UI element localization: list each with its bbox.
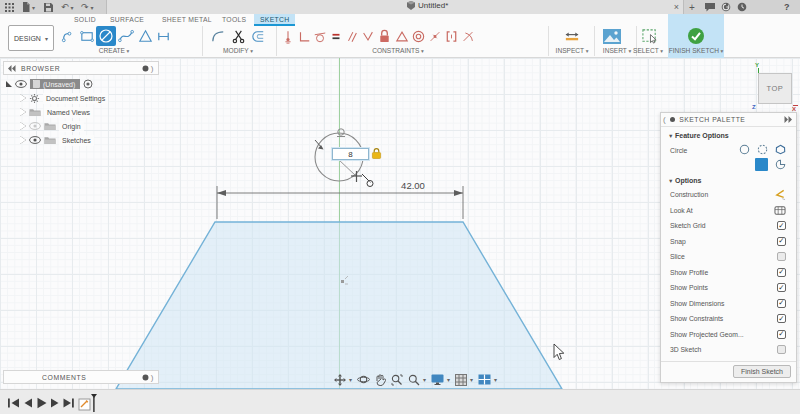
palette-row-3d-sketch[interactable]: 3D Sketch xyxy=(661,342,796,358)
measure-tool[interactable] xyxy=(562,26,582,46)
display-settings-icon[interactable]: ▾ xyxy=(431,374,450,385)
show-points-checkbox[interactable] xyxy=(777,283,786,292)
palette-row-show-projected[interactable]: Show Projected Geom... xyxy=(661,327,796,343)
save-icon[interactable] xyxy=(44,1,53,13)
zoom-window-caret[interactable]: ▾ xyxy=(423,376,426,383)
curvature-constraint-icon[interactable] xyxy=(460,26,475,46)
finish-sketch-group-label[interactable]: FINISH SKETCH xyxy=(669,47,724,54)
visibility-eye-icon[interactable] xyxy=(29,136,41,144)
browser-item-document-settings[interactable]: Document Settings xyxy=(6,91,166,105)
coincident-constraint-icon[interactable] xyxy=(280,26,295,46)
panel-options-icon[interactable] xyxy=(142,65,149,72)
equal-constraint-icon[interactable] xyxy=(328,26,343,46)
design-workspace-button[interactable]: DESIGN▾ xyxy=(8,25,54,51)
grid-settings-caret[interactable]: ▾ xyxy=(470,376,473,383)
dashed-circle-icon[interactable] xyxy=(757,144,768,155)
line-tool[interactable] xyxy=(58,26,78,46)
tangent-constraint-icon[interactable] xyxy=(312,26,327,46)
collapsed-triangle-icon[interactable] xyxy=(20,136,26,144)
show-profile-checkbox[interactable] xyxy=(777,268,786,277)
collapsed-triangle-icon[interactable] xyxy=(20,108,26,116)
tab-surface[interactable]: SURFACE xyxy=(104,14,150,26)
collapse-panel-icon[interactable] xyxy=(8,65,16,72)
inspect-group-label[interactable]: INSPECT xyxy=(556,47,589,54)
orbit-icon[interactable] xyxy=(357,374,370,385)
palette-row-construction[interactable]: Construction xyxy=(661,187,796,203)
redo-icon[interactable]: ↷▾ xyxy=(81,1,94,13)
rectangle-tool[interactable] xyxy=(77,26,97,46)
timeline-playback-controls[interactable] xyxy=(8,397,74,409)
browser-root-row[interactable]: (Unsaved) xyxy=(6,77,166,91)
dimension-value[interactable]: 42.00 xyxy=(401,180,425,191)
fillet-tool[interactable] xyxy=(208,26,228,46)
selected-color-swatch[interactable] xyxy=(755,158,768,171)
tab-solid[interactable]: SOLID xyxy=(68,14,102,26)
visibility-eye-icon[interactable] xyxy=(15,80,27,88)
concentric-constraint-icon[interactable] xyxy=(410,26,426,46)
history-clock-icon[interactable] xyxy=(737,1,747,13)
collinear-constraint-icon[interactable] xyxy=(427,26,442,46)
palette-row-snap[interactable]: Snap xyxy=(661,234,796,250)
palette-row-show-profile[interactable]: Show Profile xyxy=(661,265,796,281)
circle-diameter-input[interactable]: 8 xyxy=(332,148,369,160)
new-tab-icon[interactable]: + xyxy=(689,1,695,13)
palette-row-show-points[interactable]: Show Points xyxy=(661,280,796,296)
collapsed-triangle-icon[interactable] xyxy=(20,122,26,130)
snap-checkbox[interactable] xyxy=(777,237,786,246)
dimension-lock-icon[interactable] xyxy=(371,147,382,162)
select-tool[interactable] xyxy=(640,26,660,46)
browser-item-named-views[interactable]: Named Views xyxy=(6,105,166,119)
panel-resize-handle[interactable]: ( xyxy=(663,115,666,124)
offset-tool[interactable] xyxy=(248,26,268,46)
viewcube-top-face[interactable]: TOP xyxy=(758,73,792,104)
palette-row-show-dimensions[interactable]: Show Dimensions xyxy=(661,296,796,312)
3d-sketch-checkbox[interactable] xyxy=(777,345,786,354)
look-at-icon[interactable] xyxy=(774,205,786,216)
undo-caret[interactable]: ▾ xyxy=(71,4,74,11)
pan-icon[interactable]: ▾ xyxy=(334,374,352,386)
timeline-sketch-feature[interactable] xyxy=(78,392,100,413)
pan-caret[interactable]: ▾ xyxy=(349,376,352,383)
browser-item-origin[interactable]: Origin xyxy=(6,119,166,133)
sync-status-icon[interactable] xyxy=(721,1,731,13)
spline-tool[interactable] xyxy=(116,26,136,46)
tab-tools[interactable]: TOOLS xyxy=(216,14,252,26)
file-menu-icon[interactable]: ▾ xyxy=(22,1,35,13)
panel-resize-handle[interactable]: ) xyxy=(151,64,154,73)
feature-options-section-header[interactable]: Feature Options xyxy=(661,127,796,142)
expand-triangle-icon[interactable] xyxy=(6,81,12,87)
expand-panel-icon[interactable] xyxy=(784,116,792,123)
viewports-icon[interactable]: ▾ xyxy=(478,374,497,385)
polygon-tool[interactable] xyxy=(135,26,155,46)
pan-hand-icon[interactable] xyxy=(375,374,386,386)
viewports-caret[interactable]: ▾ xyxy=(494,376,497,383)
fix-unfix-constraint-icon[interactable] xyxy=(376,26,392,46)
symmetry-constraint-icon[interactable] xyxy=(443,26,459,46)
finish-sketch-button[interactable] xyxy=(686,26,706,46)
insert-image-tool[interactable] xyxy=(602,26,622,46)
modify-group-label[interactable]: MODIFY xyxy=(223,47,253,54)
redo-caret[interactable]: ▾ xyxy=(91,4,94,11)
perpendicular-constraint-icon[interactable] xyxy=(360,26,375,46)
sketch-profile-trapezoid[interactable] xyxy=(116,222,562,389)
construction-icon[interactable] xyxy=(774,189,786,201)
comments-panel-header[interactable]: COMMENTS ) xyxy=(3,370,159,384)
panel-resize-handle[interactable]: ) xyxy=(151,373,154,382)
trim-tool[interactable] xyxy=(228,26,248,46)
polygon-circle-icon[interactable] xyxy=(775,144,786,155)
zoom-icon[interactable] xyxy=(391,374,403,386)
tab-sketch[interactable]: SKETCH xyxy=(254,14,295,26)
browser-panel-header[interactable]: BROWSER ) xyxy=(3,61,159,75)
palette-row-slice[interactable]: Slice xyxy=(661,249,796,265)
browser-item-sketches[interactable]: Sketches xyxy=(6,133,166,147)
view-cube[interactable]: Y TOP X Z xyxy=(752,62,798,110)
create-group-label[interactable]: CREATE xyxy=(99,47,130,54)
collapsed-triangle-icon[interactable] xyxy=(20,94,26,102)
show-dimensions-checkbox[interactable] xyxy=(777,299,786,308)
slice-checkbox[interactable] xyxy=(777,252,786,261)
horizontal-vertical-constraint-icon[interactable] xyxy=(296,26,311,46)
palette-row-sketch-grid[interactable]: Sketch Grid xyxy=(661,218,796,234)
tab-sheet-metal[interactable]: SHEET METAL xyxy=(156,14,218,26)
select-group-label[interactable]: SELECT xyxy=(633,47,663,54)
insert-group-label[interactable]: INSERT xyxy=(603,47,631,54)
